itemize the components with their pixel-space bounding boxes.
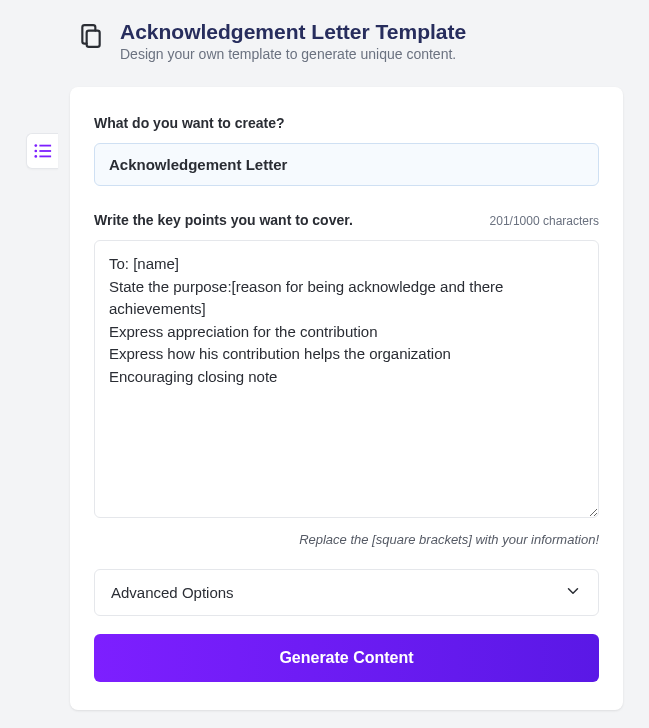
svg-rect-0 bbox=[87, 31, 100, 47]
generate-content-button[interactable]: Generate Content bbox=[94, 634, 599, 682]
svg-rect-6 bbox=[39, 156, 51, 158]
page-title: Acknowledgement Letter Template bbox=[120, 20, 466, 44]
advanced-label: Advanced Options bbox=[111, 584, 234, 601]
side-list-tab[interactable] bbox=[26, 133, 58, 169]
svg-point-3 bbox=[34, 155, 37, 158]
page-header: Acknowledgement Letter Template Design y… bbox=[0, 0, 649, 62]
svg-rect-4 bbox=[39, 145, 51, 147]
list-icon bbox=[34, 143, 52, 159]
copy-icon bbox=[78, 22, 104, 54]
char-counter: 201/1000 characters bbox=[490, 214, 599, 228]
keypoints-textarea[interactable] bbox=[94, 240, 599, 518]
chevron-down-icon bbox=[564, 582, 582, 603]
form-card: What do you want to create? Write the ke… bbox=[70, 87, 623, 710]
svg-point-2 bbox=[34, 150, 37, 153]
create-input[interactable] bbox=[94, 143, 599, 186]
hint-text: Replace the [square brackets] with your … bbox=[94, 532, 599, 547]
keypoints-label: Write the key points you want to cover. bbox=[94, 212, 353, 228]
page-subtitle: Design your own template to generate uni… bbox=[120, 46, 466, 62]
advanced-options-toggle[interactable]: Advanced Options bbox=[94, 569, 599, 616]
svg-point-1 bbox=[34, 144, 37, 147]
create-label: What do you want to create? bbox=[94, 115, 599, 131]
svg-rect-5 bbox=[39, 150, 51, 152]
